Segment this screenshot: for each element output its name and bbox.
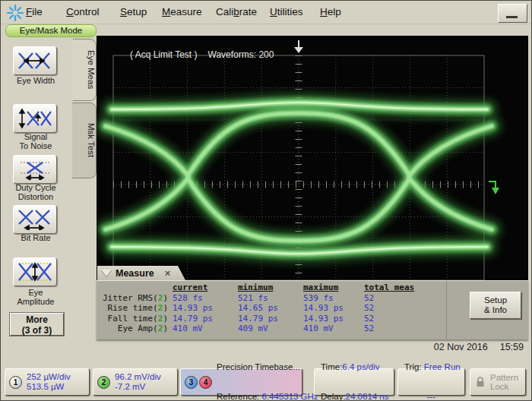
- col-maximum: maximum: [299, 283, 359, 293]
- bit-rate-icon: [17, 209, 52, 230]
- pattern-lock-button[interactable]: PatternLock: [470, 368, 526, 396]
- eye-amplitude-button[interactable]: [13, 257, 57, 286]
- timebase-button[interactable]: 3 4 Precision Timebase... Reference: 6.4…: [180, 368, 302, 396]
- tab-msk-test[interactable]: Msk Test: [72, 103, 97, 178]
- bit-rate-label: Bit Rate: [1, 234, 71, 243]
- channel-4-icon: 4: [199, 376, 212, 389]
- minimize-icon: [506, 16, 518, 18]
- col-current: current: [168, 283, 233, 293]
- oscilloscope-window: File Control Setup Measure Calibrate Uti…: [0, 0, 532, 401]
- measurement-table: current minimum maximum total meas Jitte…: [98, 283, 425, 334]
- panel-divider: [446, 281, 447, 339]
- bit-rate-button[interactable]: [13, 205, 57, 234]
- menu-control[interactable]: Control: [66, 6, 100, 17]
- reference-level-marker: [489, 182, 499, 194]
- setup-info-button[interactable]: Setup& Info: [470, 292, 521, 319]
- trigger-button[interactable]: Trig: Free Run ---: [397, 368, 465, 396]
- channel-1-icon: 1: [9, 376, 22, 389]
- duty-cycle-distortion-button[interactable]: [13, 155, 57, 184]
- signal-to-noise-label: SignalTo Noise: [1, 133, 71, 150]
- eye-width-label: Eye Width: [1, 77, 71, 86]
- duty-cycle-distortion-label: Duty CycleDistortion: [1, 184, 71, 201]
- signal-to-noise-button[interactable]: [13, 104, 57, 133]
- table-row-jitter-rms: Jitter RMS(2) 528 fs521 fs 539 fs52: [98, 293, 425, 304]
- menu-measure[interactable]: Measure: [162, 6, 202, 17]
- menu-help[interactable]: Help: [320, 6, 341, 17]
- acquisition-status: ( Acq Limit Test )Waveforms: 200: [115, 39, 284, 71]
- channel-3-icon: 3: [185, 376, 198, 389]
- agilent-spark-logo: [6, 4, 24, 22]
- eye-diagram-trace: [106, 103, 492, 254]
- trigger-position-marker: [294, 40, 303, 53]
- menu-bar: File Control Setup Measure Calibrate Uti…: [1, 1, 532, 24]
- duty-cycle-distortion-icon: [17, 159, 52, 180]
- mode-label: Eye/Mask Mode: [5, 24, 97, 37]
- measure-panel-tab[interactable]: Measure ×: [97, 266, 185, 280]
- table-row-eye-amp: Eye Amp(2) 410 mV409 mV 410 mV52: [98, 324, 425, 334]
- col-total-meas: total meas: [359, 283, 425, 293]
- eye-amplitude-icon: [17, 261, 52, 283]
- eye-diagram-graticule: [97, 36, 528, 282]
- menu-calibrate[interactable]: Calibrate: [216, 6, 257, 17]
- waveform-count: Waveforms: 200: [208, 49, 274, 60]
- channel-1-button[interactable]: 1 252 µW/div513.5 µW: [5, 368, 90, 396]
- collapse-triangle-icon[interactable]: [101, 270, 112, 276]
- channel-2-icon: 2: [97, 376, 110, 389]
- measure-panel: current minimum maximum total meas Jitte…: [97, 280, 528, 339]
- channel-2-button[interactable]: 2 96.2 mV/div-7.2 mV: [93, 368, 178, 396]
- acq-limit-label: ( Acq Limit Test ): [130, 49, 197, 60]
- eye-width-icon: [17, 50, 52, 71]
- measurement-header-row: current minimum maximum total meas: [98, 283, 425, 293]
- signal-to-noise-icon: [17, 108, 52, 129]
- close-icon[interactable]: ×: [165, 267, 171, 279]
- col-minimum: minimum: [233, 283, 299, 293]
- lock-icon: [475, 376, 486, 388]
- time-delay-button[interactable]: Time:6.4 ps/div Delay:24.0614 ns: [314, 368, 394, 396]
- menu-utilities[interactable]: Utilities: [270, 6, 303, 17]
- eye-amplitude-label: EyeAmplitude: [1, 289, 71, 306]
- minimize-button[interactable]: [498, 4, 527, 23]
- waveform-display: ( Acq Limit Test )Waveforms: 200: [97, 36, 528, 282]
- more-button[interactable]: More(3 of 3): [10, 313, 64, 336]
- eye-width-button[interactable]: [13, 46, 57, 75]
- table-row-fall-time: Fall time(2) 14.79 ps14.79 ps 14.93 ps52: [98, 314, 425, 324]
- tab-eye-meas[interactable]: Eye Meas: [72, 39, 97, 101]
- menu-file[interactable]: File: [26, 6, 43, 17]
- table-row-rise-time: Rise time(2) 14.93 ps14.65 ps 14.93 ps52: [98, 303, 425, 314]
- measure-panel-title: Measure: [116, 268, 154, 279]
- time-text: 15:59: [500, 342, 524, 352]
- menu-setup[interactable]: Setup: [120, 6, 147, 17]
